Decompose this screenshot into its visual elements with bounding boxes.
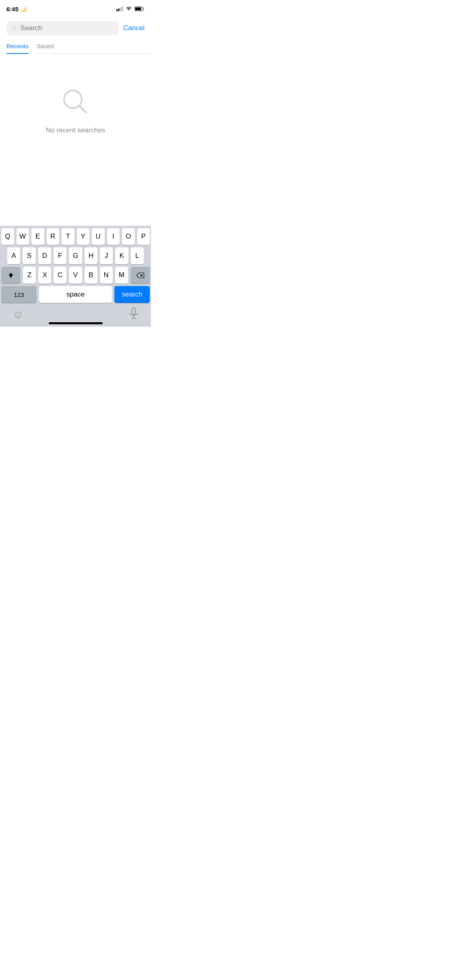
keyboard-row-1: Q W E R T Y U I O P	[0, 226, 151, 245]
key-m[interactable]: M	[115, 267, 128, 284]
key-o[interactable]: O	[122, 228, 135, 245]
key-g[interactable]: G	[69, 247, 82, 264]
key-z[interactable]: Z	[23, 267, 36, 284]
key-d[interactable]: D	[38, 247, 51, 264]
svg-rect-3	[122, 6, 123, 11]
key-a[interactable]: A	[7, 247, 20, 264]
time-display: 6:45	[6, 6, 19, 12]
key-k[interactable]: K	[115, 247, 128, 264]
key-w[interactable]: W	[17, 228, 29, 245]
home-indicator-bar	[49, 322, 103, 324]
search-input[interactable]	[21, 24, 114, 32]
status-icons	[116, 6, 145, 11]
key-b[interactable]: B	[85, 267, 97, 284]
numbers-key[interactable]: 123	[1, 286, 37, 303]
key-u[interactable]: U	[92, 228, 105, 245]
empty-state-message: No recent searches	[46, 126, 105, 134]
key-s[interactable]: S	[23, 247, 35, 264]
cancel-button[interactable]: Cancel	[123, 24, 145, 32]
status-bar: 6:45 🌙	[0, 0, 151, 18]
emoji-icon[interactable]: ☺	[13, 308, 24, 321]
svg-rect-2	[120, 8, 121, 12]
status-time: 6:45 🌙	[6, 6, 27, 12]
tab-recents[interactable]: Recents	[6, 39, 29, 54]
space-key[interactable]: space	[39, 286, 112, 303]
battery-icon	[134, 6, 145, 11]
empty-state: No recent searches	[0, 54, 151, 150]
key-y[interactable]: Y	[77, 228, 90, 245]
svg-rect-5	[143, 8, 144, 10]
shift-key[interactable]	[1, 267, 21, 284]
keyboard: Q W E R T Y U I O P A S D F G H J K L Z …	[0, 226, 151, 327]
key-h[interactable]: H	[85, 247, 97, 264]
home-indicator	[0, 322, 151, 327]
key-n[interactable]: N	[100, 267, 113, 284]
svg-rect-1	[118, 8, 120, 11]
keyboard-bottom-row: 123 space search	[0, 284, 151, 305]
moon-icon: 🌙	[20, 6, 27, 12]
svg-rect-6	[135, 8, 141, 10]
svg-rect-0	[116, 9, 118, 11]
key-e[interactable]: E	[31, 228, 44, 245]
key-j[interactable]: J	[100, 247, 113, 264]
search-key[interactable]: search	[114, 286, 150, 303]
keyboard-row-3: Z X C V B N M	[0, 264, 151, 284]
key-t[interactable]: T	[62, 228, 74, 245]
search-icon	[11, 25, 17, 31]
search-input-wrapper[interactable]	[6, 21, 118, 35]
key-r[interactable]: R	[47, 228, 60, 245]
svg-rect-8	[132, 308, 135, 314]
keyboard-row-2: A S D F G H J K L	[0, 245, 151, 264]
svg-point-7	[64, 91, 82, 108]
search-bar-container: Cancel	[0, 18, 151, 39]
key-v[interactable]: V	[69, 267, 82, 284]
empty-search-icon	[60, 86, 92, 118]
key-x[interactable]: X	[38, 267, 51, 284]
wifi-icon	[126, 6, 132, 11]
emoji-row: ☺	[0, 305, 151, 322]
tab-saved[interactable]: Saved	[37, 39, 54, 54]
key-q[interactable]: Q	[1, 228, 14, 245]
mic-icon[interactable]	[129, 307, 138, 321]
key-i[interactable]: I	[107, 228, 120, 245]
signal-icon	[116, 6, 123, 11]
key-p[interactable]: P	[137, 228, 150, 245]
key-f[interactable]: F	[54, 247, 66, 264]
key-l[interactable]: L	[131, 247, 144, 264]
key-c[interactable]: C	[54, 267, 66, 284]
delete-key[interactable]	[130, 267, 150, 284]
tabs-container: Recents Saved	[0, 39, 151, 54]
